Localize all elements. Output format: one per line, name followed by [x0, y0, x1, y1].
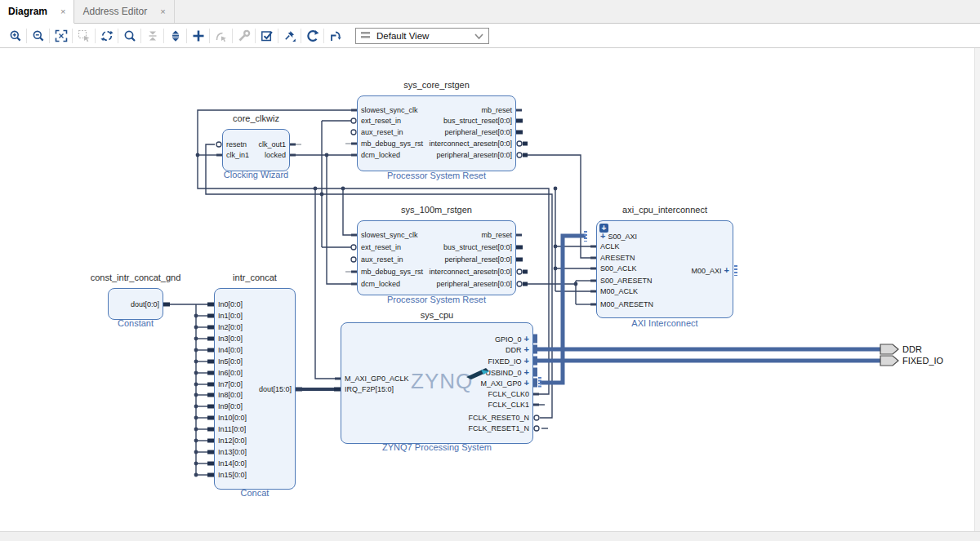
port-sys_cpu-fclk-clk1[interactable]: FCLK_CLK1	[345, 400, 529, 410]
port-intr_concat-in14-0-0-[interactable]: In14[0:0]	[218, 459, 292, 468]
tab-address-editor[interactable]: Address Editor ×	[74, 0, 174, 23]
port-intr_concat-dout-15-0-[interactable]: dout[15:0]	[218, 384, 292, 394]
toolbar-separator	[232, 29, 233, 43]
port-label: ARESETN	[600, 254, 635, 262]
port-sys_100m_rstgen-peripheral-aresetn-0-0-[interactable]: peripheral_aresetn[0:0]	[361, 279, 512, 289]
port-marker	[207, 473, 214, 477]
port-marker	[207, 348, 214, 353]
port-sys_cpu-fixed-io[interactable]: FIXED_IO +	[345, 356, 529, 366]
expand-port-icon[interactable]: +	[522, 378, 529, 388]
expand-port-icon[interactable]: +	[522, 334, 529, 344]
port-intr_concat-in12-0-0-[interactable]: In12[0:0]	[218, 436, 292, 446]
toolbar-zoom-out-button[interactable]	[28, 27, 48, 45]
view-selector[interactable]: Default View	[355, 28, 489, 44]
toolbar-add-ip-button[interactable]	[188, 27, 208, 45]
port-sys_cpu-fclk-reset1-n[interactable]: FCLK_RESET1_N	[345, 423, 529, 433]
port-intr_concat-in0-0-0-[interactable]: In0[0:0]	[218, 299, 292, 309]
toolbar-zoom-fit-button[interactable]	[51, 27, 71, 45]
toolbar-search-button[interactable]	[119, 27, 140, 45]
expand-port-icon[interactable]: +	[722, 265, 729, 275]
port-label: ACLK	[600, 242, 620, 251]
port-intr_concat-in3-0-0-[interactable]: In3[0:0]	[218, 334, 292, 344]
diagram-canvas[interactable]: core_clkwizClocking Wizardresetnclk_in1c…	[0, 0, 980, 541]
port-axi_cpu_interconnect-aresetn[interactable]: ARESETN	[600, 253, 729, 263]
port-marker	[516, 246, 523, 250]
port-axi_cpu_interconnect-s00-axi[interactable]: + S00_AXI	[600, 231, 729, 241]
port-sys_core_rstgen-mb-reset[interactable]: mb_reset	[361, 105, 512, 115]
port-marker	[207, 416, 214, 420]
port-sys_core_rstgen-interconnect-aresetn-0-0-[interactable]: interconnect_aresetn[0:0]	[361, 139, 512, 149]
port-core_clkwiz-locked[interactable]: locked	[226, 150, 286, 160]
port-marker	[207, 371, 214, 375]
port-sys_100m_rstgen-mb-reset[interactable]: mb_reset	[361, 230, 512, 240]
external-port-icon-fixed_io[interactable]	[880, 356, 898, 366]
port-sys_cpu-ddr[interactable]: DDR +	[345, 344, 529, 354]
external-port-label-ddr[interactable]: DDR	[902, 344, 922, 354]
block-title-intr_concat: intr_concat	[165, 273, 345, 282]
toolbar-expand-hierarchy-button[interactable]	[165, 27, 185, 45]
port-intr_concat-in5-0-0-[interactable]: In5[0:0]	[218, 357, 292, 366]
port-const_intr_concat_gnd-dout-0-0-[interactable]: dout[0:0]	[112, 299, 159, 309]
active-low-port-icon	[517, 282, 522, 286]
port-intr_concat-in1-0-0-[interactable]: In1[0:0]	[218, 311, 292, 321]
port-sys_core_rstgen-peripheral-aresetn-0-0-[interactable]: peripheral_aresetn[0:0]	[361, 150, 512, 160]
port-axi_cpu_interconnect-aclk[interactable]: ACLK	[600, 242, 729, 251]
port-sys_cpu-fclk-reset0-n[interactable]: FCLK_RESET0_N	[345, 413, 529, 423]
port-sys_100m_rstgen-interconnect-aresetn-0-0-[interactable]: interconnect_aresetn[0:0]	[361, 267, 512, 277]
port-label: In12[0:0]	[218, 437, 247, 445]
port-sys_100m_rstgen-peripheral-reset-0-0-[interactable]: peripheral_reset[0:0]	[361, 255, 512, 264]
port-intr_concat-in11-0-0-[interactable]: In11[0:0]	[218, 424, 292, 434]
vertical-scrollbar[interactable]	[974, 48, 980, 531]
toolbar-regenerate-layout-button[interactable]	[302, 27, 323, 45]
port-intr_concat-in6-0-0-[interactable]: In6[0:0]	[218, 368, 292, 378]
toolbar-separator	[163, 29, 164, 43]
block-label-sys_cpu: ZYNQ7 Processing System	[292, 442, 582, 452]
expand-block-icon[interactable]: +	[599, 224, 608, 233]
junction-dot	[194, 405, 198, 409]
port-sys_100m_rstgen-bus-struct-reset-0-0-[interactable]: bus_struct_reset[0:0]	[361, 242, 512, 252]
toolbar-separator	[186, 29, 187, 43]
junction-dot	[194, 314, 198, 318]
port-axi_cpu_interconnect-m00-axi[interactable]: M00_AXI +	[600, 265, 729, 275]
port-label: In15[0:0]	[218, 471, 247, 479]
expand-port-icon[interactable]: +	[522, 356, 529, 366]
port-intr_concat-in15-0-0-[interactable]: In15[0:0]	[218, 470, 292, 480]
external-port-icon-ddr[interactable]	[880, 344, 898, 354]
port-intr_concat-in2-0-0-[interactable]: In2[0:0]	[218, 322, 292, 332]
port-sys_core_rstgen-peripheral-reset-0-0-[interactable]: peripheral_reset[0:0]	[361, 127, 512, 137]
toolbar-customize-block-button	[234, 27, 254, 45]
external-port-label-fixed_io[interactable]: FIXED_IO	[902, 356, 943, 366]
port-intr_concat-in13-0-0-[interactable]: In13[0:0]	[218, 447, 292, 457]
toolbar-autofit-button[interactable]	[96, 27, 117, 45]
expand-port-icon[interactable]: +	[522, 344, 529, 354]
close-icon[interactable]: ×	[60, 7, 65, 16]
port-core_clkwiz-clk-out1[interactable]: clk_out1	[226, 140, 286, 149]
port-sys_core_rstgen-bus-struct-reset-0-0-[interactable]: bus_struct_reset[0:0]	[361, 116, 512, 126]
junction-dot	[325, 153, 329, 157]
port-axi_cpu_interconnect-m00-aresetn[interactable]: M00_ARESETN	[600, 299, 729, 309]
junction-dot	[194, 348, 198, 353]
port-axi_cpu_interconnect-s00-aresetn[interactable]: S00_ARESETN	[600, 276, 729, 286]
port-axi_cpu_interconnect-m00-aclk[interactable]: M00_ACLK	[600, 286, 729, 296]
toolbar-pin-button[interactable]	[279, 27, 300, 45]
expand-port-icon[interactable]: +	[522, 367, 529, 377]
tab-diagram[interactable]: Diagram ×	[0, 0, 74, 24]
horizontal-scrollbar[interactable]	[0, 531, 980, 541]
port-label: FCLK_CLK1	[488, 401, 529, 409]
toolbar-separator	[323, 29, 324, 43]
port-label: interconnect_aresetn[0:0]	[429, 140, 512, 148]
port-marker	[207, 303, 214, 307]
active-low-port-icon	[517, 269, 522, 274]
port-sys_cpu-gpio-0[interactable]: GPIO_0 +	[345, 334, 529, 344]
toolbar-validate-design-button[interactable]	[256, 27, 277, 45]
port-intr_concat-in4-0-0-[interactable]: In4[0:0]	[218, 345, 292, 355]
toolbar-zoom-in-button[interactable]	[5, 27, 25, 45]
block-label-sys_core_rstgen: Processor System Reset	[308, 171, 565, 180]
port-intr_concat-in10-0-0-[interactable]: In10[0:0]	[218, 413, 292, 423]
port-marker	[590, 257, 596, 259]
port-intr_concat-in9-0-0-[interactable]: In9[0:0]	[218, 401, 292, 411]
close-icon[interactable]: ×	[160, 7, 165, 16]
toolbar-reroute-button[interactable]	[325, 27, 345, 45]
port-label: FCLK_RESET0_N	[468, 414, 529, 422]
toolbar-separator	[209, 29, 210, 43]
